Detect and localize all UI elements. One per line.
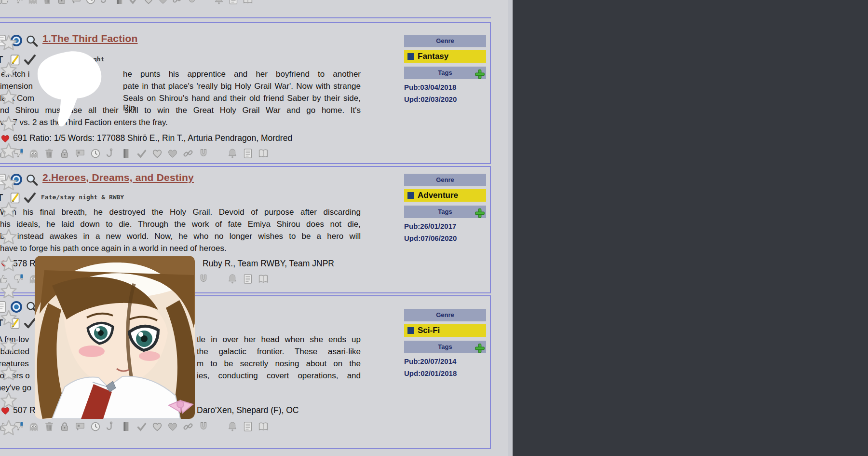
star-rating-icon[interactable]: [0, 282, 17, 299]
star-rating-icon[interactable]: [0, 34, 17, 51]
document-icon[interactable]: [242, 273, 254, 285]
magnet-icon[interactable]: [186, 0, 198, 5]
star-rating-icon[interactable]: [0, 88, 17, 105]
magnifier-icon[interactable]: [25, 34, 39, 48]
heart-outline-icon[interactable]: [143, 0, 154, 5]
description-line: nd Shirou must use all their skill to wi…: [0, 106, 361, 118]
heart-outline-icon[interactable]: [151, 421, 163, 432]
description-line: With his final breath, he destroyed the …: [0, 207, 361, 220]
comment-icon[interactable]: [74, 421, 86, 432]
heart-icon[interactable]: [157, 0, 169, 5]
genre-badge[interactable]: Adventure: [404, 189, 486, 202]
comment-icon[interactable]: [70, 0, 82, 5]
star-rating-icon[interactable]: [0, 201, 17, 218]
plus-icon[interactable]: [474, 343, 486, 354]
trash-icon[interactable]: [43, 421, 55, 432]
story-card: 1.The Third FactionTghtelretch ihe punts…: [0, 22, 491, 164]
comment-icon[interactable]: [74, 148, 86, 159]
trash-icon[interactable]: [41, 0, 53, 5]
magnet-icon[interactable]: [198, 273, 209, 285]
open-book-icon[interactable]: [258, 421, 269, 432]
magnifier-icon[interactable]: [25, 173, 39, 187]
book-icon[interactable]: [121, 148, 132, 159]
star-rating-icon[interactable]: [0, 174, 17, 191]
open-book-icon[interactable]: [258, 148, 269, 159]
open-book-icon[interactable]: [258, 273, 269, 285]
check-big-icon[interactable]: [23, 53, 37, 67]
ghost-icon[interactable]: [27, 0, 39, 5]
tags-header: Tags: [404, 67, 486, 79]
star-rating-icon[interactable]: [0, 309, 17, 326]
heart-outline-icon[interactable]: [151, 148, 163, 159]
updated-date: Upd:02/01/2018: [404, 369, 486, 377]
genre-badge[interactable]: Fantasy: [404, 50, 486, 63]
document-icon[interactable]: [242, 421, 254, 432]
star-rating-icon[interactable]: [0, 115, 17, 132]
magnet-icon[interactable]: [198, 148, 209, 159]
book-icon[interactable]: [114, 0, 125, 5]
story-title-link[interactable]: 1.The Third Faction: [42, 33, 137, 44]
story-title-link[interactable]: 2.Heroes, Dreams, and Destiny: [42, 172, 194, 183]
genre-header: Genre: [404, 174, 486, 186]
lock-icon[interactable]: [59, 148, 70, 159]
tags-header: Tags: [404, 206, 486, 218]
link-icon[interactable]: [172, 0, 183, 5]
star-rating-icon[interactable]: [0, 61, 17, 78]
thumbs-down-icon[interactable]: [13, 0, 24, 5]
bell-icon[interactable]: [227, 273, 238, 285]
heart-icon[interactable]: [167, 148, 178, 159]
hook-icon[interactable]: [105, 148, 117, 159]
open-book-icon[interactable]: [242, 0, 254, 5]
check-icon[interactable]: [136, 148, 148, 159]
plus-icon[interactable]: [474, 69, 486, 80]
clock-icon[interactable]: [85, 0, 96, 5]
check-big-icon[interactable]: [23, 191, 37, 205]
book-icon[interactable]: [121, 421, 132, 432]
lock-icon[interactable]: [56, 0, 68, 5]
genre-square-icon: [407, 327, 414, 334]
star-rating-icon[interactable]: [0, 255, 17, 272]
document-icon[interactable]: [242, 148, 254, 159]
star-rating-icon[interactable]: [0, 419, 17, 436]
fandom-label: ght: [93, 55, 104, 63]
clock-icon[interactable]: [90, 148, 101, 159]
description-line: elretch ihe punts his apprentice and her…: [0, 69, 361, 82]
clock-icon[interactable]: [90, 421, 101, 432]
hook-icon[interactable]: [99, 0, 111, 5]
hook-icon[interactable]: [105, 421, 117, 432]
check-icon[interactable]: [128, 0, 140, 5]
star-rating-icon[interactable]: [0, 142, 17, 159]
plus-icon[interactable]: [474, 207, 486, 219]
star-rating-icon[interactable]: [0, 228, 17, 245]
link-icon[interactable]: [182, 421, 194, 432]
trash-icon[interactable]: [43, 148, 55, 159]
star-rating-icon[interactable]: [0, 336, 17, 354]
published-date: Pub:26/01/2017: [404, 222, 486, 230]
description-line: vs. 7 vs. 2 as the Third Faction enters …: [0, 118, 361, 130]
description-line: lack ComSeals on Shirou's hand and their…: [0, 94, 361, 106]
star-rating-icon[interactable]: [0, 364, 17, 381]
story-stats-row: 691 Ratio: 1/5 Words: 177088 Shirō E., R…: [0, 133, 482, 145]
bell-icon[interactable]: [227, 421, 238, 432]
thumbs-up-icon[interactable]: [0, 0, 10, 5]
link-icon[interactable]: [182, 148, 194, 159]
published-date: Pub:20/07/2014: [404, 357, 486, 365]
updated-date: Upd:07/06/2020: [404, 234, 486, 242]
genre-badge[interactable]: Sci-Fi: [404, 324, 486, 337]
bell-icon[interactable]: [213, 0, 225, 5]
ghost-icon[interactable]: [28, 148, 40, 159]
genre-tags-column: GenreAdventureTagsPub:26/01/2017Upd:07/0…: [404, 174, 486, 242]
heart-icon[interactable]: [167, 421, 178, 432]
genre-header: Genre: [404, 35, 486, 47]
star-rating-icon[interactable]: [0, 391, 17, 409]
document-icon[interactable]: [228, 0, 239, 5]
vertical-scrollbar[interactable]: [508, 0, 513, 456]
genre-value: Fantasy: [418, 50, 448, 63]
bell-icon[interactable]: [227, 148, 238, 159]
magnet-icon[interactable]: [198, 421, 209, 432]
fanfic-list-panel: 1.The Third FactionTghtelretch ihe punts…: [0, 0, 513, 456]
lock-icon[interactable]: [59, 421, 70, 432]
check-icon[interactable]: [136, 421, 148, 432]
ghost-icon[interactable]: [28, 421, 40, 432]
updated-date: Upd:02/03/2020: [404, 95, 486, 103]
